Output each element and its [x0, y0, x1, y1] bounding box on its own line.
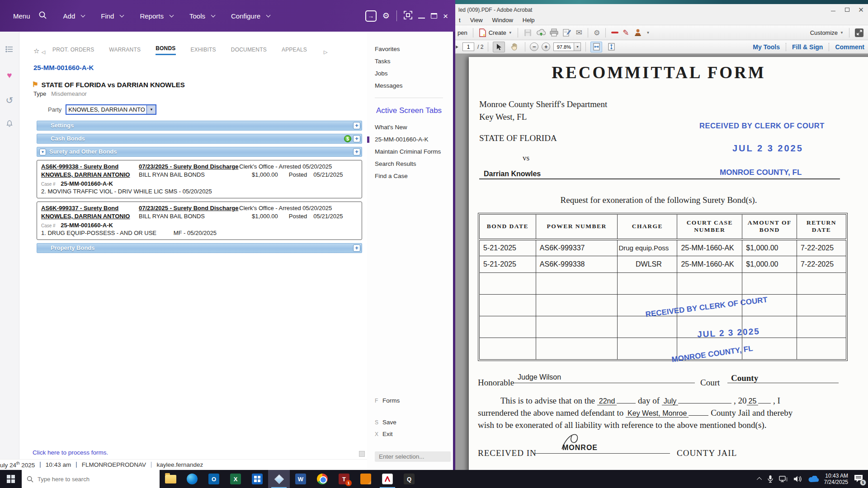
taskbar-acrobat-icon[interactable]: [377, 470, 398, 488]
bond-discharge-link[interactable]: 07/23/2025 - Surety Bond Discharge: [139, 163, 239, 171]
page-number-input[interactable]: [462, 42, 474, 51]
section-cash-bonds[interactable]: Cash Bonds $ +: [37, 134, 362, 144]
process-forms-link[interactable]: Click here to process forms.: [33, 449, 108, 456]
screen-tab-whats-new[interactable]: What's New: [375, 124, 448, 131]
taskbar-odyssey-icon[interactable]: [268, 470, 290, 488]
menu-button[interactable]: Menu: [13, 12, 30, 20]
favorite-star-icon[interactable]: ☆: [33, 47, 39, 55]
tools-menu[interactable]: Tools: [189, 12, 205, 20]
menu-edit-partial[interactable]: t: [459, 17, 461, 23]
hidden-icons-chevron[interactable]: [757, 477, 762, 482]
tab-comment[interactable]: Comment: [835, 43, 864, 51]
taskbar-clock[interactable]: 10:43 AM 7/24/2025: [824, 473, 848, 485]
tab-warrants[interactable]: WARRANTS: [109, 47, 141, 55]
select-tool-icon[interactable]: [493, 42, 505, 52]
open-button-partial[interactable]: pen: [458, 29, 467, 36]
taskbar-search-input[interactable]: [38, 476, 155, 483]
close-icon[interactable]: ✕: [854, 4, 868, 15]
taskbar-notification-app-icon[interactable]: T1: [333, 470, 355, 488]
reports-menu[interactable]: Reports: [140, 12, 164, 20]
action-forms[interactable]: F Forms: [375, 397, 448, 404]
screen-tab-search-results[interactable]: Search Results: [375, 161, 448, 167]
expand-plus-icon[interactable]: +: [353, 244, 360, 252]
section-property-bonds[interactable]: Property Bonds +: [37, 243, 362, 253]
gear-icon[interactable]: ⚙: [594, 28, 600, 37]
find-menu[interactable]: Find: [101, 12, 114, 20]
sidebar-item-jobs[interactable]: Jobs: [375, 70, 448, 77]
favorites-heart-icon[interactable]: ♥: [7, 70, 12, 80]
reading-mode-icon[interactable]: [855, 28, 863, 37]
party-select[interactable]: KNOWLES, DARRIAN ANTO ▼: [66, 104, 156, 115]
fit-page-icon[interactable]: [605, 42, 617, 52]
sidebar-item-messages[interactable]: Messages: [375, 83, 448, 89]
menu-help[interactable]: Help: [523, 17, 535, 23]
tab-bonds[interactable]: BONDS: [156, 45, 175, 55]
fit-width-icon[interactable]: [590, 42, 602, 52]
stamp-icon[interactable]: [633, 28, 642, 37]
taskbar-outlook-icon[interactable]: O: [203, 470, 225, 488]
bond-number-link[interactable]: AS6K-999338 - Surety Bond: [41, 163, 139, 171]
minimize-icon[interactable]: [418, 14, 425, 19]
customize-button[interactable]: Customize▼: [810, 29, 844, 36]
start-button[interactable]: [0, 470, 22, 488]
selection-input[interactable]: [375, 451, 451, 462]
email-icon[interactable]: ✉: [576, 28, 582, 38]
onedrive-cloud-icon[interactable]: [808, 476, 819, 483]
pdf-view-area[interactable]: RECOMMITTAL FORM Monroe County Sheriff's…: [455, 54, 868, 470]
maximize-icon[interactable]: [840, 4, 854, 15]
search-icon[interactable]: [38, 11, 47, 21]
action-center-icon[interactable]: 5: [854, 474, 864, 484]
screen-tab-maintain-criminal-forms[interactable]: Maintain Criminal Forms: [375, 149, 448, 155]
menu-window[interactable]: Window: [492, 17, 513, 23]
close-icon[interactable]: ×: [443, 12, 448, 20]
bond-number-link[interactable]: AS6K-999337 - Surety Bond: [41, 204, 139, 212]
tab-fill-and-sign[interactable]: Fill & Sign: [792, 43, 823, 51]
gear-icon[interactable]: ⚙: [382, 12, 390, 20]
screen-tab-case[interactable]: 25-MM-001660-A-K: [367, 136, 448, 143]
zoom-dropdown-icon[interactable]: ▼: [574, 42, 581, 51]
taskbar-search[interactable]: [22, 470, 160, 488]
sidebar-item-tasks[interactable]: Tasks: [375, 58, 448, 65]
taskbar-file-explorer-icon[interactable]: [160, 470, 181, 488]
minimize-icon[interactable]: [826, 4, 840, 15]
taskbar-q-app-icon[interactable]: Q: [398, 470, 420, 488]
sidebar-item-favorites[interactable]: Favorites: [375, 46, 448, 52]
tab-appeals[interactable]: APPEALS: [282, 47, 307, 55]
speaker-icon[interactable]: [793, 475, 802, 483]
zoom-out-icon[interactable]: −: [530, 42, 538, 51]
zoom-level-input[interactable]: [553, 42, 574, 51]
menu-view[interactable]: View: [470, 17, 483, 23]
taskbar-chrome-icon[interactable]: [311, 470, 333, 488]
tab-exhibits[interactable]: EXHIBITS: [191, 47, 216, 55]
network-icon[interactable]: [779, 475, 788, 483]
party-dropdown-icon[interactable]: ▼: [146, 105, 156, 114]
expand-plus-icon[interactable]: +: [353, 148, 360, 155]
configure-menu[interactable]: Configure: [231, 12, 260, 20]
expand-plus-icon[interactable]: +: [353, 122, 360, 129]
highlight-strike-icon[interactable]: [611, 32, 618, 33]
taskbar-word-icon[interactable]: W: [290, 470, 311, 488]
zoom-in-icon[interactable]: +: [542, 42, 550, 51]
print-icon[interactable]: [550, 28, 559, 37]
notifications-bell-icon[interactable]: [5, 119, 14, 129]
pencil-annotate-icon[interactable]: ✎: [623, 28, 629, 38]
resize-grip[interactable]: [359, 451, 365, 457]
collapse-icon[interactable]: ▼: [39, 149, 46, 155]
expand-plus-icon[interactable]: +: [353, 135, 360, 142]
bond-discharge-link[interactable]: 07/23/2025 - Surety Bond Discharge: [139, 204, 239, 212]
documents-icon[interactable]: [5, 45, 14, 55]
share-upload-icon[interactable]: [537, 28, 546, 37]
tab-prot-orders[interactable]: PROT. ORDERS: [52, 47, 94, 55]
chevron-down-icon[interactable]: ▼: [646, 31, 650, 35]
sign-out-icon[interactable]: →: [365, 10, 377, 22]
taskbar-edge-icon[interactable]: [181, 470, 203, 488]
tab-my-tools[interactable]: My Tools: [753, 43, 780, 51]
microphone-icon[interactable]: [767, 475, 774, 483]
taskbar-excel-icon[interactable]: X: [225, 470, 246, 488]
create-button[interactable]: Create▼: [479, 28, 512, 37]
case-number-link[interactable]: 25-MM-001660-A-K: [33, 64, 367, 71]
next-page-icon[interactable]: [455, 44, 459, 50]
tab-documents[interactable]: DOCUMENTS: [231, 47, 267, 55]
scroll-tabs-right-icon[interactable]: ▷: [324, 49, 327, 55]
action-exit[interactable]: X Exit: [375, 431, 448, 437]
